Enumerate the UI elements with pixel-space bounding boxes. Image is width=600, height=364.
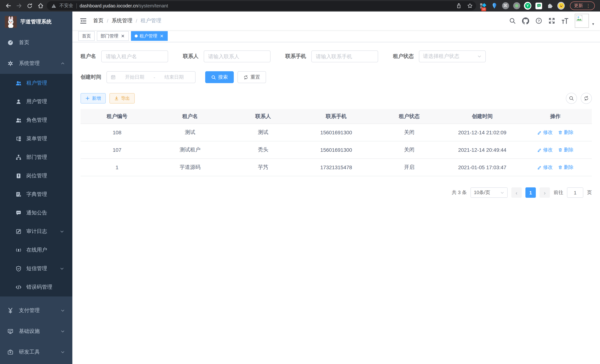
extension-command-icon[interactable]: ⌘ (502, 2, 509, 9)
browser-forward-icon[interactable] (14, 1, 23, 10)
close-icon[interactable] (159, 34, 164, 38)
caret-down-icon[interactable]: ▾ (592, 22, 594, 26)
date-end-placeholder: 结束日期 (157, 74, 191, 81)
cell-actions: 修改 删除 (519, 164, 592, 171)
chevron-down-icon (500, 191, 504, 195)
tab-home[interactable]: 首页 (78, 31, 95, 41)
sidebar-item-label: 部门管理 (26, 154, 64, 161)
sidebar-item-system[interactable]: 系统管理 (0, 53, 72, 74)
extension-yuque-icon[interactable]: Y (524, 2, 531, 9)
reset-button[interactable]: 重置 (237, 71, 266, 83)
column-header: 租户名 (154, 113, 227, 120)
extension-record-icon[interactable] (513, 2, 520, 9)
sidebar-item-role[interactable]: 角色管理 (0, 111, 72, 130)
mobile-input[interactable] (311, 50, 378, 62)
edit-link[interactable]: 修改 (537, 147, 553, 153)
divider (76, 3, 77, 8)
devtools-icon (7, 349, 13, 355)
sidebar-item-error-code[interactable]: 错误码管理 (0, 278, 72, 297)
app-logo[interactable]: 芋道管理系统 (0, 11, 72, 32)
sidebar-item-post[interactable]: 岗位管理 (0, 167, 72, 185)
tab-tenant[interactable]: 租户管理 (131, 31, 168, 41)
show-search-icon[interactable] (566, 93, 577, 104)
delete-link[interactable]: 删除 (558, 147, 573, 153)
font-size-icon[interactable] (562, 18, 568, 24)
share-icon[interactable] (455, 2, 463, 10)
browser-home-icon[interactable] (36, 1, 45, 10)
tags-view: 首页 部门管理 租户管理 (72, 30, 600, 42)
refresh-icon (244, 75, 248, 80)
delete-link[interactable]: 删除 (558, 129, 573, 136)
search-form-row-1: 租户名 联系人 联系手机 租户状态 请选择租户状态 (81, 50, 592, 62)
column-header: 创建时间 (446, 113, 519, 120)
sidebar-item-home[interactable]: 首页 (0, 32, 72, 53)
chevron-down-icon (60, 329, 65, 334)
prev-page-button[interactable]: ‹ (511, 187, 522, 198)
column-header: 租户状态 (373, 113, 446, 120)
sidebar-item-online-user[interactable]: 在线用户 (0, 241, 72, 259)
extension-chat-icon[interactable] (535, 2, 543, 9)
column-header: 联系手机 (300, 113, 373, 120)
extension-tag-icon[interactable]: 10 (479, 2, 487, 9)
page-button-1[interactable]: 1 (525, 187, 536, 198)
tab-dept[interactable]: 部门管理 (97, 31, 129, 41)
export-button[interactable]: 导出 (110, 93, 135, 103)
status-select[interactable]: 请选择租户状态 (419, 50, 486, 62)
bookmark-star-icon[interactable] (466, 2, 474, 10)
sidebar-item-label: 短信管理 (26, 265, 55, 272)
browser-menu-icon[interactable]: ⋮ (586, 3, 591, 8)
goto-page-input[interactable] (567, 187, 583, 198)
add-button[interactable]: 新增 (81, 93, 106, 103)
address-bar[interactable]: 不安全 dashboard.yudao.iocoder.cn/system/te… (47, 1, 476, 10)
contact-label: 联系人 (183, 53, 198, 60)
cell-mobile: 15601691300 (300, 147, 373, 153)
refresh-table-icon[interactable] (581, 93, 592, 104)
contact-input[interactable] (204, 50, 271, 62)
field-created-time: 创建时间 开始日期 - 结束日期 (81, 71, 196, 83)
edit-link[interactable]: 修改 (537, 164, 553, 171)
fullscreen-icon[interactable] (548, 18, 555, 24)
total-count: 共 3 条 (452, 189, 467, 196)
sidebar-item-user[interactable]: 用户管理 (0, 92, 72, 111)
delete-link[interactable]: 删除 (558, 164, 573, 171)
avatar[interactable] (575, 14, 589, 28)
sidebar-item-dict[interactable]: 字典管理 (0, 185, 72, 204)
chevron-up-icon (60, 61, 65, 66)
cell-tenant-name: 测试 (154, 129, 227, 136)
column-header: 操作 (519, 113, 592, 120)
github-icon[interactable] (522, 17, 529, 24)
help-icon[interactable]: ? (535, 18, 542, 24)
cell-status: 关闭 (373, 147, 446, 153)
update-button[interactable]: 更新 ⋮ (570, 1, 595, 10)
extension-pin-icon[interactable] (490, 2, 498, 9)
sidebar-item-menu[interactable]: 菜单管理 (0, 130, 72, 148)
breadcrumb-system[interactable]: 系统管理 (112, 18, 132, 24)
next-page-button[interactable]: › (540, 187, 550, 198)
sidebar-item-sms[interactable]: 短信管理 (0, 259, 72, 278)
sidebar-item-tenant[interactable]: 租户管理 (0, 74, 72, 92)
sidebar-item-label: 首页 (19, 39, 65, 46)
browser-back-icon[interactable] (4, 1, 13, 10)
sidebar-item-devtools[interactable]: 研发工具 (0, 342, 72, 363)
sidebar-item-dept[interactable]: 部门管理 (0, 148, 72, 167)
page-size-select[interactable]: 10条/页 (470, 187, 508, 198)
export-button-label: 导出 (121, 95, 130, 102)
close-icon[interactable] (120, 34, 125, 38)
sidebar-item-audit-log[interactable]: 审计日志 (0, 222, 72, 241)
sidebar-item-notice[interactable]: 通知公告 (0, 204, 72, 222)
sidebar-item-pay[interactable]: 支付管理 (0, 300, 72, 321)
extensions-puzzle-icon[interactable] (546, 2, 554, 9)
browser-reload-icon[interactable] (25, 1, 34, 10)
breadcrumb-home[interactable]: 首页 (93, 18, 103, 24)
edit-pencil-icon (537, 148, 542, 152)
profile-avatar[interactable] (557, 2, 565, 9)
date-range-picker[interactable]: 开始日期 - 结束日期 (106, 71, 196, 83)
tenant-name-input[interactable] (101, 50, 168, 62)
security-label: 不安全 (59, 3, 73, 9)
edit-link[interactable]: 修改 (537, 129, 553, 136)
search-button[interactable]: 搜索 (205, 71, 234, 83)
sidebar-toggle-icon[interactable] (78, 16, 88, 26)
sidebar-item-label: 字典管理 (26, 191, 64, 198)
sidebar-item-infrastructure[interactable]: 基础设施 (0, 321, 72, 342)
search-icon[interactable] (509, 18, 516, 24)
